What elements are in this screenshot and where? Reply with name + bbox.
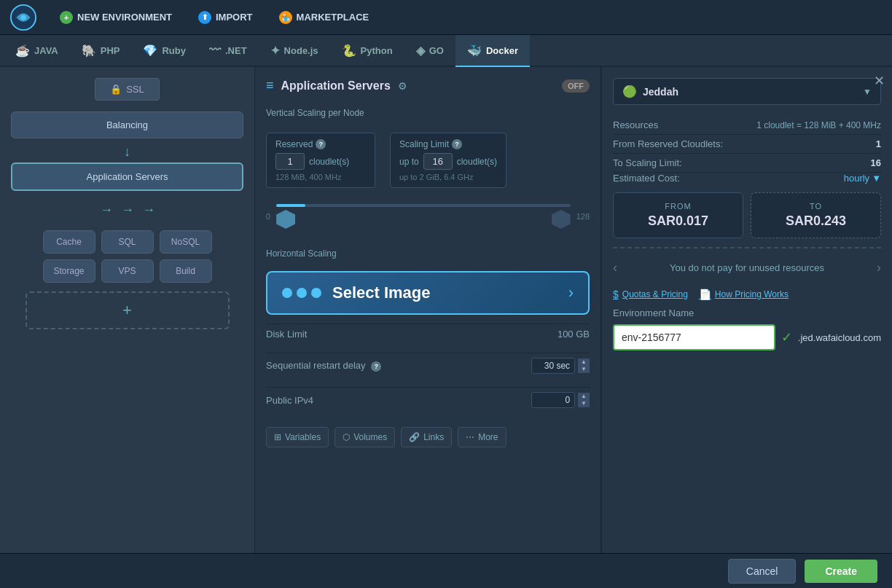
action-buttons: ⊞ Variables ⬡ Volumes 🔗 Links ⋯ More [266, 427, 590, 447]
to-scaling-row: To Scaling Limit: 16 [613, 154, 881, 173]
arrow-down-4: ↓ [141, 200, 156, 222]
quotas-pricing-link[interactable]: $ Quotas & Pricing [613, 289, 688, 300]
next-arrow-button[interactable]: › [877, 260, 881, 275]
right-panel: ✕ 🟢 Jeddah ▼ Resources 1 cloudlet = 128 … [600, 67, 892, 553]
nosql-node[interactable]: NoSQL [160, 230, 212, 254]
scaling-val-row: up to 16 cloudlet(s) [399, 153, 497, 170]
close-button[interactable]: ✕ [874, 73, 885, 89]
spin-up[interactable]: ▲ [578, 358, 590, 366]
slider-max: 128 [576, 212, 590, 221]
cancel-button[interactable]: Cancel [728, 559, 797, 584]
tab-nodejs[interactable]: ✦ Node.js [259, 35, 330, 67]
hourly-arrow-icon: ▼ [872, 173, 881, 184]
ruby-icon: 💎 [143, 44, 157, 58]
reserved-label: Reserved ? [275, 139, 366, 149]
sequential-restart-label: Sequential restart delay ? [266, 360, 381, 372]
new-environment-button[interactable]: + NEW ENVIRONMENT [54, 8, 178, 27]
slider-fill [276, 204, 305, 207]
tab-ruby[interactable]: 💎 Ruby [131, 35, 197, 67]
slider-container[interactable]: 0 128 [266, 204, 590, 229]
region-select[interactable]: 🟢 Jeddah ▼ [613, 78, 881, 105]
sequential-restart-spin[interactable]: ▲ ▼ [531, 358, 590, 374]
build-node[interactable]: Build [160, 259, 212, 283]
dot-2 [297, 288, 307, 298]
tab-go[interactable]: ◈ GO [404, 35, 455, 67]
variables-button[interactable]: ⊞ Variables [266, 427, 329, 447]
from-reserved-row: From Reserved Cloudlets: 1 [613, 135, 881, 154]
balancing-node[interactable]: Balancing [11, 111, 243, 138]
nodejs-icon: ✦ [270, 44, 280, 58]
no-pay-text: You do not pay for unused resources [617, 262, 877, 273]
to-scaling-value: 16 [871, 157, 881, 168]
spin-arrows: ▲ ▼ [578, 358, 590, 373]
svg-point-1 [20, 15, 26, 20]
select-image-button[interactable]: Select Image › [266, 271, 590, 315]
hourly-dropdown[interactable]: hourly ▼ [844, 173, 881, 184]
go-icon: ◈ [416, 44, 425, 58]
to-scaling-label: To Scaling Limit: [613, 157, 682, 168]
reserved-box: Reserved ? 1 cloudlet(s) 128 MiB, 400 MH… [266, 133, 375, 188]
sql-node[interactable]: SQL [101, 230, 154, 254]
import-button[interactable]: ⬆ IMPORT [192, 8, 259, 27]
cache-node[interactable]: Cache [43, 230, 95, 254]
java-icon: ☕ [15, 44, 30, 58]
to-price: SAR0.243 [760, 213, 872, 229]
more-button[interactable]: ⋯ More [458, 427, 506, 447]
scaling-value: 16 [423, 153, 453, 170]
reserved-value: 1 [275, 153, 305, 170]
volumes-button[interactable]: ⬡ Volumes [334, 427, 395, 447]
storage-node[interactable]: Storage [43, 259, 95, 283]
section-icon: ≡ [266, 78, 274, 93]
arrow-down-1: ↓ [11, 144, 243, 160]
more-icon: ⋯ [466, 432, 474, 442]
top-nav: + NEW ENVIRONMENT ⬆ IMPORT 🏪 MARKETPLACE [0, 0, 892, 35]
region-dropdown-icon: ▼ [863, 87, 872, 97]
how-pricing-link[interactable]: 📄 How Pricing Works [699, 289, 789, 300]
dotted-divider [613, 247, 881, 248]
tab-python[interactable]: 🐍 Python [330, 35, 404, 67]
spin-down[interactable]: ▼ [578, 366, 590, 373]
create-button[interactable]: Create [805, 560, 877, 583]
reserved-val-row: 1 cloudlet(s) [275, 153, 366, 170]
reserved-info-icon[interactable]: ? [316, 139, 326, 149]
slider-min: 0 [266, 212, 270, 221]
public-ipv4-row: Public IPv4 ▲ ▼ [266, 387, 590, 412]
sequential-info-icon[interactable]: ? [371, 361, 381, 372]
tab-php[interactable]: 🐘 PHP [70, 35, 132, 67]
env-name-row: ✓ .jed.wafaicloud.com [613, 324, 881, 350]
ipv4-spin-down[interactable]: ▼ [578, 400, 590, 407]
env-name-label: Environment Name [613, 307, 881, 318]
reserved-sub: 128 MiB, 400 MHz [275, 173, 366, 181]
marketplace-button[interactable]: 🏪 MARKETPLACE [273, 8, 375, 27]
dot-1 [282, 288, 292, 298]
hex-right [552, 210, 571, 229]
env-name-input[interactable] [613, 324, 775, 350]
toggle-switch[interactable]: OFF [562, 79, 590, 93]
ssl-button[interactable]: 🔒 SSL [95, 78, 160, 101]
disk-limit-label: Disk Limit [266, 329, 307, 340]
vps-node[interactable]: VPS [101, 259, 154, 283]
to-label: TO [760, 202, 872, 211]
public-ipv4-spin[interactable]: ▲ ▼ [531, 392, 590, 408]
no-pay-section: ‹ You do not pay for unused resources › [613, 254, 881, 281]
variables-icon: ⊞ [274, 432, 281, 442]
app-servers-node[interactable]: Application Servers [11, 162, 243, 191]
tab-net[interactable]: 〰 .NET [197, 35, 259, 67]
tab-docker[interactable]: 🐳 Docker [455, 35, 530, 67]
section-header: ≡ Application Servers ⚙ OFF [266, 78, 590, 93]
add-node-button[interactable]: + [26, 291, 230, 329]
vertical-scaling-label: Vertical Scaling per Node [266, 108, 590, 118]
from-price: SAR0.017 [622, 213, 734, 229]
from-reserved-label: From Reserved Cloudlets: [613, 138, 723, 149]
ipv4-spin-up[interactable]: ▲ [578, 393, 590, 400]
to-price-box: TO SAR0.243 [751, 192, 881, 238]
links-button[interactable]: 🔗 Links [401, 427, 452, 447]
sequential-restart-input[interactable] [531, 358, 575, 374]
scaling-info-icon[interactable]: ? [452, 139, 462, 149]
tab-java[interactable]: ☕ JAVA [4, 35, 70, 67]
edit-icon[interactable]: ⚙ [398, 80, 407, 92]
from-price-box: FROM SAR0.017 [613, 192, 743, 238]
storage-row: Storage VPS Build [11, 259, 243, 283]
volumes-icon: ⬡ [343, 432, 350, 442]
public-ipv4-input[interactable] [531, 392, 575, 408]
